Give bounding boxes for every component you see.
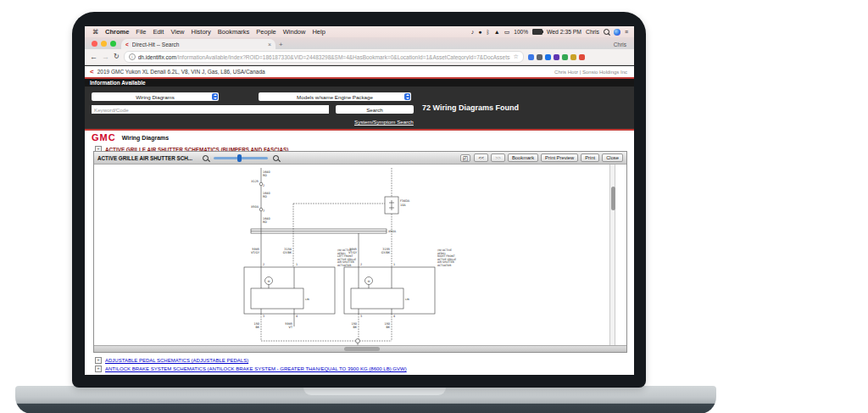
information-available-panel: Wiring Diagrams Models w/same Engine Pac… xyxy=(85,87,634,129)
tab-strip: < Direct-Hit -- Search × + Chris xyxy=(85,37,634,49)
extension-icons xyxy=(528,54,585,60)
menu-item-edit[interactable]: Edit xyxy=(153,28,164,36)
expand-icon[interactable]: + xyxy=(95,357,102,364)
viewer-button-printpreview[interactable]: Print Preview xyxy=(541,153,578,162)
menu-items: ChromeFileEditViewHistoryBookmarksPeople… xyxy=(105,28,326,36)
svg-text:RD: RD xyxy=(263,195,267,198)
menu-item-window[interactable]: Window xyxy=(283,28,306,36)
schematic-link[interactable]: ADJUSTABLE PEDAL SCHEMATICS (ADJUSTABLE … xyxy=(105,358,248,363)
minimize-window-button[interactable] xyxy=(101,41,107,47)
vehicle-description: 2019 GMC Yukon XL Denali 6.2L, V8, VIN J… xyxy=(97,69,265,75)
viewer-button-[interactable]: >> xyxy=(491,153,505,162)
svg-text:7: 7 xyxy=(263,209,264,213)
svg-text:ACTUATOR: ACTUATOR xyxy=(437,264,451,267)
schematic-link[interactable]: ANTILOCK BRAKE SYSTEM SCHEMATICS (ANTILO… xyxy=(105,366,407,371)
apple-menu-icon[interactable]: ⌘ xyxy=(92,29,98,35)
macos-menu-bar: ⌘ ChromeFileEditViewHistoryBookmarksPeop… xyxy=(85,26,634,37)
green-circle-extension-icon[interactable] xyxy=(562,54,568,60)
url-host: dh.identifix.com xyxy=(138,54,176,60)
zoom-slider-thumb[interactable] xyxy=(237,154,242,162)
svg-text:LIN: LIN xyxy=(405,298,409,301)
bookmark-star-icon[interactable]: ☆ xyxy=(513,53,518,60)
keyword-input[interactable] xyxy=(92,105,329,114)
svg-text:VT/GY: VT/GY xyxy=(251,251,260,254)
vertical-scrollbar[interactable] xyxy=(609,165,615,348)
bluetooth-icon[interactable]: ᛒ xyxy=(487,29,490,35)
svg-text:VT: VT xyxy=(289,326,293,329)
model-select-value: Models w/same Engine Package xyxy=(297,94,373,100)
svg-text:1: 1 xyxy=(393,263,395,266)
display-icon[interactable]: ▭ xyxy=(504,29,510,35)
wiring-diagram: 1640RDX12521640RDX50A71640RDF34DA10AX50A… xyxy=(94,165,626,348)
svg-text:X125: X125 xyxy=(251,180,259,183)
blue-circle-extension-icon[interactable] xyxy=(545,54,551,60)
url-path: /InformationAvailable/Index?ROID=1861873… xyxy=(176,54,511,60)
close-window-button[interactable] xyxy=(92,41,97,47)
diagram-canvas: 1640RDX12521640RDX50A71640RDF34DA10AX50A… xyxy=(94,165,626,348)
key-extension-icon[interactable] xyxy=(570,54,576,60)
svg-text:GY/BK: GY/BK xyxy=(283,251,292,254)
volume-icon[interactable]: ♪ xyxy=(471,29,475,35)
identifix-logo-icon: < xyxy=(85,68,97,75)
purple-extension-icon[interactable] xyxy=(554,54,559,60)
menu-item-view[interactable]: View xyxy=(170,28,184,36)
browser-profile-name[interactable]: Chris xyxy=(614,42,634,49)
svg-text:M: M xyxy=(368,280,370,283)
zoom-in-icon[interactable] xyxy=(273,155,279,161)
expand-icon[interactable]: + xyxy=(95,366,102,372)
menu-item-chrome[interactable]: Chrome xyxy=(105,28,129,36)
notification-center-icon[interactable]: ≡ xyxy=(625,29,628,35)
new-tab-button[interactable]: + xyxy=(275,41,288,49)
svg-text:10A: 10A xyxy=(400,204,406,207)
menu-bar-user[interactable]: Chris xyxy=(586,29,599,35)
svg-text:4: 4 xyxy=(296,315,298,318)
shield-extension-icon[interactable] xyxy=(537,54,542,60)
red-circle-extension-icon[interactable] xyxy=(579,54,585,60)
zoom-out-icon[interactable] xyxy=(203,155,209,161)
forward-button[interactable]: → xyxy=(102,53,109,61)
category-select[interactable]: Wiring Diagrams xyxy=(92,92,219,101)
wifi-icon[interactable]: ▲ xyxy=(494,29,500,35)
page-info-icon[interactable]: i xyxy=(129,53,136,60)
svg-text:2: 2 xyxy=(263,184,264,187)
horizontal-scrollbar[interactable] xyxy=(94,345,626,352)
siri-icon[interactable] xyxy=(614,29,620,36)
search-button[interactable]: Search xyxy=(336,105,414,114)
tab-close-icon[interactable]: × xyxy=(268,42,271,47)
zoom-window-button[interactable] xyxy=(110,41,116,47)
more-links: +ADJUSTABLE PEDAL SCHEMATICS (ADJUSTABLE… xyxy=(85,353,634,372)
section-heading: Wiring Diagrams xyxy=(122,135,170,141)
back-button[interactable]: ← xyxy=(90,53,97,61)
svg-text:BK: BK xyxy=(353,326,357,329)
menu-item-history[interactable]: History xyxy=(192,28,211,36)
menu-item-help[interactable]: Help xyxy=(312,28,325,36)
result-count: 72 Wiring Diagrams Found xyxy=(422,103,519,112)
viewer-button-[interactable]: << xyxy=(474,153,488,162)
spotlight-search-icon[interactable] xyxy=(604,29,609,35)
menu-item-file[interactable]: File xyxy=(136,28,146,36)
tab-title: Direct-Hit -- Search xyxy=(132,42,264,47)
laptop-screen: ⌘ ChromeFileEditViewHistoryBookmarksPeop… xyxy=(85,26,634,375)
address-bar[interactable]: i dh.identifix.com/InformationAvailable/… xyxy=(124,51,524,63)
reload-button[interactable]: ↻ xyxy=(114,53,120,60)
app-dot-icon[interactable]: ● xyxy=(478,29,481,35)
svg-text:4: 4 xyxy=(393,315,395,318)
system-symptom-search-link[interactable]: System/Symptom Search xyxy=(354,119,414,125)
battery-percent: 100% xyxy=(514,29,528,35)
vertical-scrollbar-thumb[interactable] xyxy=(611,187,615,210)
make-heading-row: GMC Wiring Diagrams xyxy=(85,131,634,144)
model-select[interactable]: Models w/same Engine Package xyxy=(259,92,411,101)
browser-tab[interactable]: < Direct-Hit -- Search × xyxy=(121,39,275,49)
menu-bar-clock[interactable]: Wed 2:35 PM xyxy=(547,29,581,35)
horizontal-scrollbar-thumb[interactable] xyxy=(344,347,380,351)
viewer-button-print[interactable]: Print xyxy=(581,153,599,162)
svg-text:X50A: X50A xyxy=(388,230,397,233)
bookmark-extension-icon[interactable] xyxy=(528,54,534,60)
zoom-slider[interactable] xyxy=(214,157,268,159)
menu-item-bookmarks[interactable]: Bookmarks xyxy=(218,28,250,36)
menu-item-people[interactable]: People xyxy=(256,28,275,36)
svg-text:2: 2 xyxy=(263,263,264,266)
expand-view-icon[interactable]: ◰ xyxy=(460,154,471,162)
viewer-button-bookmark[interactable]: Bookmark xyxy=(508,153,538,162)
viewer-button-close[interactable]: Close xyxy=(602,153,623,162)
